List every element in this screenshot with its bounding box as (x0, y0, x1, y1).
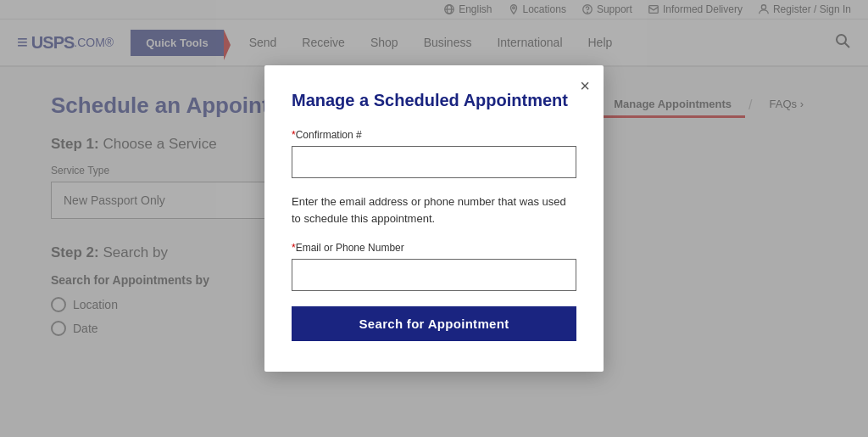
email-field-label: *Email or Phone Number (292, 242, 576, 254)
search-appointment-button[interactable]: Search for Appointment (292, 306, 576, 341)
confirmation-field-label: *Confirmation # (292, 129, 576, 141)
modal-overlay[interactable]: × Manage a Scheduled Appointment *Confir… (0, 0, 868, 361)
helper-text: Enter the email address or phone number … (292, 193, 576, 227)
confirmation-input[interactable] (292, 146, 576, 178)
modal-title: Manage a Scheduled Appointment (292, 91, 576, 110)
confirmation-required-star: * (292, 129, 296, 141)
manage-appointment-modal: × Manage a Scheduled Appointment *Confir… (264, 65, 604, 361)
email-required-star: * (292, 242, 296, 254)
email-phone-input[interactable] (292, 259, 576, 291)
modal-close-button[interactable]: × (580, 77, 590, 94)
